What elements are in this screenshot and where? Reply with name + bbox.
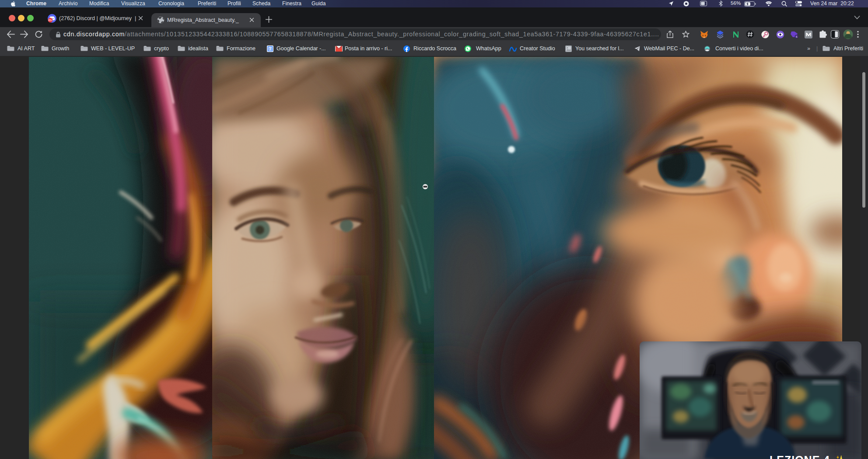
svg-text:31: 31 [268,47,272,51]
svg-text:✨: ✨ [833,455,846,459]
svg-text:26+: 26+ [48,19,53,21]
svg-text:S: S [796,35,798,38]
svg-text:LEZIONE 4: LEZIONE 4 [770,454,830,459]
